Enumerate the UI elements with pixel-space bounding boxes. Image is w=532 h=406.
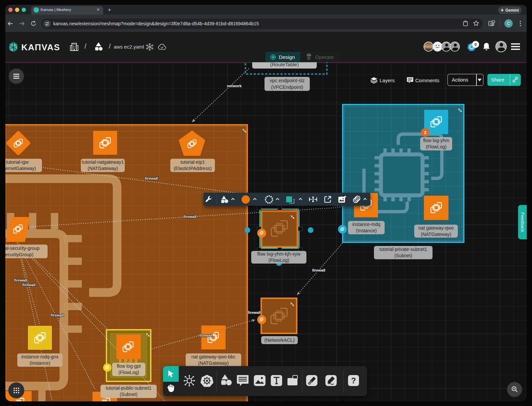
svg-text:?: ?: [351, 376, 356, 385]
